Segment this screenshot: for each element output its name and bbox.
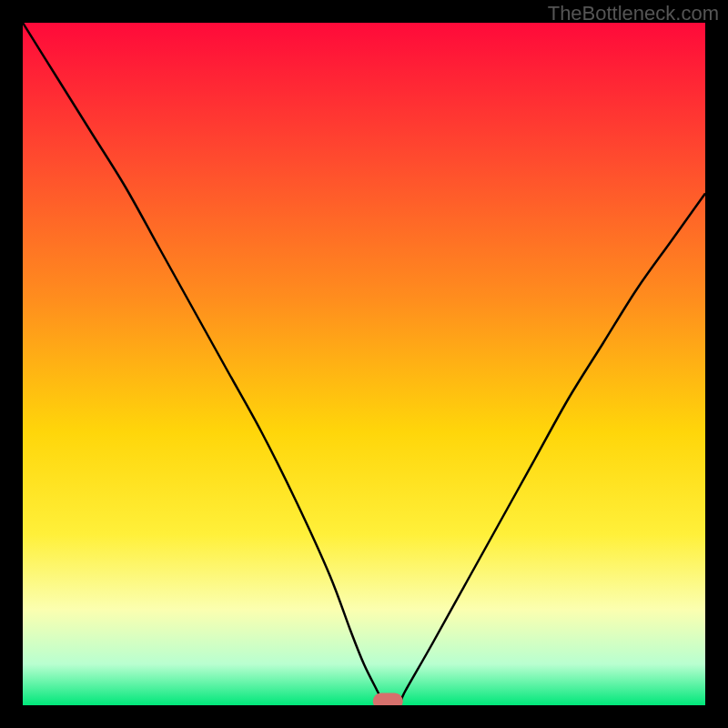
bottleneck-chart xyxy=(23,23,705,705)
chart-frame: TheBottleneck.com xyxy=(0,0,728,728)
watermark-text: TheBottleneck.com xyxy=(548,2,719,25)
optimal-marker xyxy=(373,693,403,706)
chart-background xyxy=(23,23,705,705)
